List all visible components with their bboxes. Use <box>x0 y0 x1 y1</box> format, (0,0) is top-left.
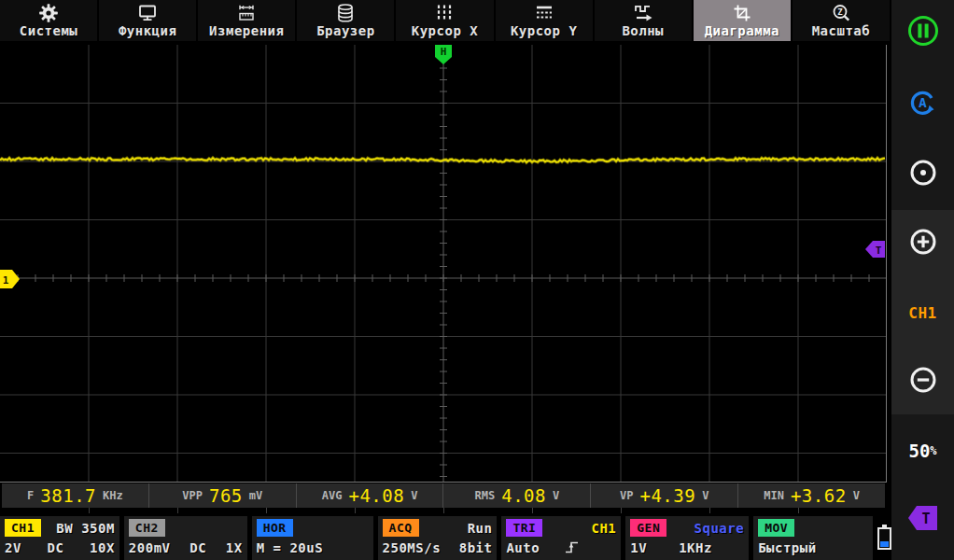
ch1-bw-label: BW <box>56 521 73 536</box>
measure-label: MIN <box>764 489 784 502</box>
acq-badge: ACQ <box>383 519 419 537</box>
tab-label: Браузер <box>316 23 375 39</box>
center-trace-button[interactable] <box>891 156 954 189</box>
menu-bar: Системы Функция Измерения <box>0 0 890 41</box>
trigger-level-marker[interactable]: T <box>865 241 885 258</box>
acq-run-state: Run <box>468 521 493 536</box>
tri-badge: TRI <box>506 519 542 537</box>
tab-systems[interactable]: Системы <box>0 0 97 41</box>
tri-mode: Auto <box>506 540 540 555</box>
measure-min: MIN +3.62 V <box>737 483 885 508</box>
measure-unit: V <box>853 489 860 502</box>
measurement-bar: F 381.7 KHz VPP 765 mV AVG +4.08 V RMS 4… <box>2 483 885 508</box>
tab-function[interactable]: Функция <box>99 0 196 41</box>
zoom-out-button[interactable] <box>891 363 954 397</box>
zoom-level-indicator[interactable]: 50% <box>891 435 954 467</box>
measure-unit: mV <box>249 489 262 502</box>
hor-timebase: M = 20uS <box>257 540 323 555</box>
measure-label: F <box>27 489 34 502</box>
waveform-display[interactable]: H 1 T <box>0 45 887 483</box>
svg-text:T: T <box>876 245 882 257</box>
zoom-level-value: 50 <box>908 441 930 461</box>
battery-icon <box>877 527 891 550</box>
measure-value: 4.08 <box>501 485 546 506</box>
ch2-scale: 200mV <box>129 540 171 555</box>
status-trigger[interactable]: TRI CH1 Auto <box>501 516 621 560</box>
tab-cursor-y[interactable]: Курсор Y <box>496 0 593 41</box>
tab-label: Масштаб <box>812 23 871 39</box>
zoom-z-icon: Z <box>831 3 851 23</box>
status-movement[interactable]: MOV Быстрый <box>753 516 873 560</box>
measure-value: +3.62 <box>791 485 847 506</box>
svg-text:T: T <box>921 511 930 527</box>
tab-diagram[interactable]: Диаграмма <box>694 0 791 41</box>
tab-waves[interactable]: Волны <box>595 0 692 41</box>
mov-badge: MOV <box>758 519 794 537</box>
dot-circle-icon <box>907 157 939 189</box>
mov-mode: Быстрый <box>758 540 817 555</box>
measure-avg: AVG +4.08 V <box>296 483 443 508</box>
measure-label: RMS <box>475 489 496 502</box>
ch2-badge: CH2 <box>129 519 165 537</box>
ch1-coupling: DC <box>48 540 64 555</box>
gen-badge: GEN <box>630 519 666 537</box>
battery-area <box>877 516 891 560</box>
side-toolbar: A CH1 <box>891 0 954 560</box>
measure-frequency: F 381.7 KHz <box>2 483 148 508</box>
measure-unit: V <box>553 489 559 502</box>
status-ch2[interactable]: CH2 200mV DC 1X <box>124 516 247 560</box>
graticule-grid <box>0 45 886 482</box>
pause-button[interactable] <box>891 13 954 49</box>
status-horizontal[interactable]: HOR M = 20uS <box>252 516 373 560</box>
svg-text:A: A <box>919 95 927 110</box>
cursor-x-icon <box>434 3 455 23</box>
trigger-menu-button[interactable]: T <box>891 502 954 534</box>
measure-value: +4.39 <box>639 485 695 506</box>
acq-sample-rate: 250MS/s <box>383 540 442 555</box>
wave-icon <box>633 3 653 23</box>
status-ch1[interactable]: CH1 BW 350M 2V DC 10X <box>0 516 119 560</box>
measure-vp: VP +4.39 V <box>590 483 737 508</box>
svg-text:H: H <box>441 46 447 58</box>
crop-icon <box>732 3 752 23</box>
ch1-probe: 10X <box>90 540 115 555</box>
cursor-y-icon <box>534 3 554 23</box>
auto-setup-button[interactable]: A <box>891 85 954 120</box>
measure-label: VP <box>620 489 633 502</box>
acq-bit-depth: 8bit <box>459 540 493 555</box>
tab-browser[interactable]: Браузер <box>297 0 394 41</box>
active-channel-label: CH1 <box>908 304 936 322</box>
ch1-level-marker[interactable]: 1 <box>0 270 20 288</box>
measure-label: VPP <box>182 489 203 502</box>
tab-measurements[interactable]: Измерения <box>198 0 295 41</box>
measure-label: AVG <box>322 489 343 502</box>
status-acquisition[interactable]: ACQ Run 250MS/s 8bit <box>378 516 498 560</box>
active-channel-button[interactable]: CH1 <box>891 297 954 329</box>
ruler-icon <box>236 3 257 23</box>
tab-scale[interactable]: Z Масштаб <box>793 0 890 41</box>
auto-icon: A <box>906 86 940 119</box>
plus-circle-icon <box>907 226 939 258</box>
ch1-badge: CH1 <box>5 519 41 537</box>
ch1-scale: 2V <box>5 540 21 555</box>
gen-amplitude: 1V <box>630 540 647 555</box>
oscilloscope-app: Системы Функция Измерения <box>0 0 954 560</box>
rising-edge-icon <box>564 539 580 555</box>
gear-icon <box>38 3 59 23</box>
status-generator[interactable]: GEN Square 1V 1KHz <box>625 516 749 560</box>
hor-badge: HOR <box>257 519 293 537</box>
tab-cursor-x[interactable]: Курсор X <box>396 0 493 41</box>
pause-icon <box>906 14 940 48</box>
tab-label: Диаграмма <box>705 23 779 39</box>
tab-label: Измерения <box>209 23 284 39</box>
status-bar: CH1 BW 350M 2V DC 10X CH2 200mV DC 1X HO… <box>0 516 891 560</box>
measure-vpp: VPP 765 mV <box>148 483 296 508</box>
monitor-icon <box>137 3 158 23</box>
trigger-position-marker[interactable]: H <box>435 45 452 64</box>
zoom-in-button[interactable] <box>891 225 954 259</box>
measure-value: 765 <box>209 485 243 506</box>
measure-unit: V <box>411 489 417 502</box>
zoom-level-unit: % <box>930 444 936 457</box>
ch1-bw-value: 350M <box>81 521 115 536</box>
tab-label: Курсор X <box>412 23 478 39</box>
